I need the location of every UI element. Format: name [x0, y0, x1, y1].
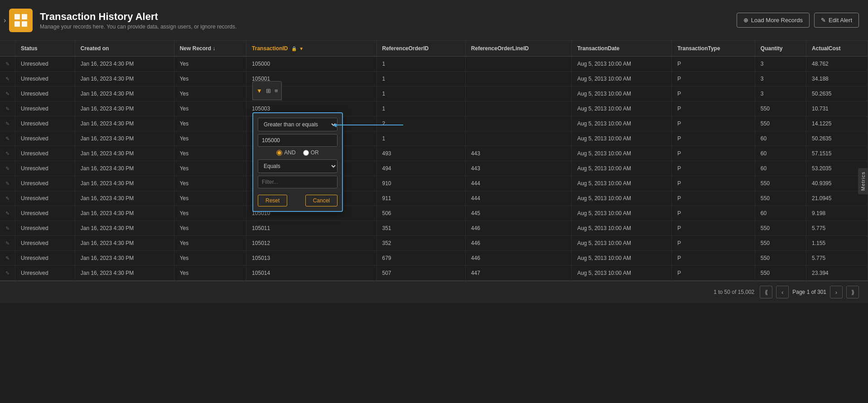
row-created-on: Jan 16, 2023 4:30 PM	[75, 251, 174, 266]
metrics-label[interactable]: Metrics	[858, 168, 868, 194]
data-table-container: Status Created on New Record ↓ Transacti…	[0, 41, 868, 281]
edit-icon: ✎	[821, 17, 826, 24]
table-row: ✎ Unresolved Jan 16, 2023 4:30 PM Yes 10…	[0, 86, 868, 101]
row-edit-icon[interactable]: ✎	[0, 72, 15, 86]
filter-popup: Greater than or equals Equals Less than …	[252, 112, 343, 212]
col-header-transaction-date[interactable]: TransactionDate	[572, 41, 672, 57]
filter-value2-input[interactable]	[258, 176, 338, 188]
and-radio[interactable]	[276, 150, 282, 156]
row-ref-order-id: 493	[376, 146, 465, 161]
svg-rect-0	[14, 14, 20, 19]
row-edit-icon[interactable]: ✎	[0, 161, 15, 176]
row-transaction-date: Aug 5, 2013 10:00 AM	[572, 191, 672, 206]
first-page-button[interactable]: ⟪	[760, 286, 772, 298]
row-new-record: Yes	[174, 206, 246, 221]
row-actual-cost: 50.2635	[806, 86, 868, 101]
filter-active-icon[interactable]: ▼	[256, 87, 262, 94]
prev-page-button[interactable]: ‹	[776, 286, 789, 298]
row-new-record: Yes	[174, 72, 246, 86]
row-transaction-type: P	[672, 72, 755, 86]
row-transaction-type: P	[672, 86, 755, 101]
row-ref-order-id: 494	[376, 161, 465, 176]
condition1-select[interactable]: Greater than or equals Equals Less than …	[258, 118, 338, 131]
col-header-ref-order-id[interactable]: ReferenceOrderID	[376, 41, 465, 57]
row-ref-order-line-id: 443	[465, 146, 571, 161]
row-edit-icon[interactable]: ✎	[0, 221, 15, 236]
row-new-record: Yes	[174, 251, 246, 266]
row-status: Unresolved	[15, 266, 75, 281]
svg-rect-1	[22, 14, 27, 19]
table-row: ✎ Unresolved Jan 16, 2023 4:30 PM Yes 10…	[0, 57, 868, 72]
row-created-on: Jan 16, 2023 4:30 PM	[75, 236, 174, 251]
row-actual-cost: 23.394	[806, 266, 868, 281]
metrics-sidebar[interactable]: Metrics	[858, 168, 868, 194]
row-ref-order-id: 910	[376, 176, 465, 191]
row-status: Unresolved	[15, 161, 75, 176]
row-quantity: 3	[755, 72, 806, 86]
row-transaction-type: P	[672, 221, 755, 236]
row-transaction-date: Aug 5, 2013 10:00 AM	[572, 236, 672, 251]
row-edit-icon[interactable]: ✎	[0, 191, 15, 206]
row-edit-icon[interactable]: ✎	[0, 146, 15, 161]
row-transaction-type: P	[672, 266, 755, 281]
table-row: ✎ Unresolved Jan 16, 2023 4:30 PM Yes 10…	[0, 72, 868, 86]
reset-button[interactable]: Reset	[258, 195, 287, 206]
row-transaction-type: P	[672, 57, 755, 72]
row-status: Unresolved	[15, 236, 75, 251]
row-edit-icon[interactable]: ✎	[0, 251, 15, 266]
col-header-transaction-type[interactable]: TransactionType	[672, 41, 755, 57]
condition2-select[interactable]: Equals Greater than or equals Less than …	[258, 159, 338, 173]
arrow-indicator: ◄	[335, 125, 403, 125]
row-status: Unresolved	[15, 221, 75, 236]
row-edit-icon[interactable]: ✎	[0, 206, 15, 221]
col-header-quantity[interactable]: Quantity	[755, 41, 806, 57]
row-transaction-date: Aug 5, 2013 10:00 AM	[572, 57, 672, 72]
row-created-on: Jan 16, 2023 4:30 PM	[75, 86, 174, 101]
row-edit-icon[interactable]: ✎	[0, 236, 15, 251]
row-quantity: 550	[755, 176, 806, 191]
row-ref-order-line-id: 445	[465, 206, 571, 221]
row-edit-icon[interactable]: ✎	[0, 266, 15, 281]
last-page-button[interactable]: ⟫	[846, 286, 859, 298]
row-ref-order-line-id: 446	[465, 221, 571, 236]
row-created-on: Jan 16, 2023 4:30 PM	[75, 101, 174, 116]
col-header-created-on[interactable]: Created on	[75, 41, 174, 57]
table-row: ✎ Unresolved Jan 16, 2023 4:30 PM Yes 10…	[0, 146, 868, 161]
col-header-edit	[0, 41, 15, 57]
row-edit-icon[interactable]: ✎	[0, 86, 15, 101]
row-new-record: Yes	[174, 131, 246, 146]
menu-icon[interactable]: ≡	[275, 87, 278, 94]
filter-value1-input[interactable]	[258, 134, 338, 147]
and-radio-label[interactable]: AND	[276, 149, 295, 156]
col-header-actual-cost[interactable]: ActualCost	[806, 41, 868, 57]
header-text: Transaction History Alert Manage your re…	[40, 11, 236, 30]
or-label: OR	[311, 149, 319, 156]
cancel-button[interactable]: Cancel	[305, 195, 338, 206]
table-row: ✎ Unresolved Jan 16, 2023 4:30 PM Yes 10…	[0, 176, 868, 191]
edit-alert-button[interactable]: ✎ Edit Alert	[814, 13, 859, 28]
or-radio-label[interactable]: OR	[303, 149, 319, 156]
row-status: Unresolved	[15, 131, 75, 146]
sidebar-toggle-icon[interactable]: ›	[0, 14, 10, 26]
row-created-on: Jan 16, 2023 4:30 PM	[75, 206, 174, 221]
row-edit-icon[interactable]: ✎	[0, 101, 15, 116]
load-more-button[interactable]: ⊕ Load More Records	[737, 13, 810, 28]
row-ref-order-line-id: 446	[465, 236, 571, 251]
next-page-button[interactable]: ›	[830, 286, 843, 298]
col-header-new-record[interactable]: New Record ↓	[174, 41, 246, 57]
row-edit-icon[interactable]: ✎	[0, 176, 15, 191]
row-created-on: Jan 16, 2023 4:30 PM	[75, 72, 174, 86]
or-radio[interactable]	[303, 150, 309, 156]
col-header-ref-order-line-id[interactable]: ReferenceOrderLineID	[465, 41, 571, 57]
row-quantity: 550	[755, 191, 806, 206]
row-ref-order-id: 506	[376, 206, 465, 221]
table-row: ✎ Unresolved Jan 16, 2023 4:30 PM Yes 10…	[0, 206, 868, 221]
col-header-status[interactable]: Status	[15, 41, 75, 57]
row-transaction-type: P	[672, 101, 755, 116]
row-created-on: Jan 16, 2023 4:30 PM	[75, 191, 174, 206]
columns-icon[interactable]: ⊞	[266, 87, 271, 94]
row-quantity: 60	[755, 161, 806, 176]
row-edit-icon[interactable]: ✎	[0, 131, 15, 146]
row-edit-icon[interactable]: ✎	[0, 116, 15, 131]
row-edit-icon[interactable]: ✎	[0, 57, 15, 72]
